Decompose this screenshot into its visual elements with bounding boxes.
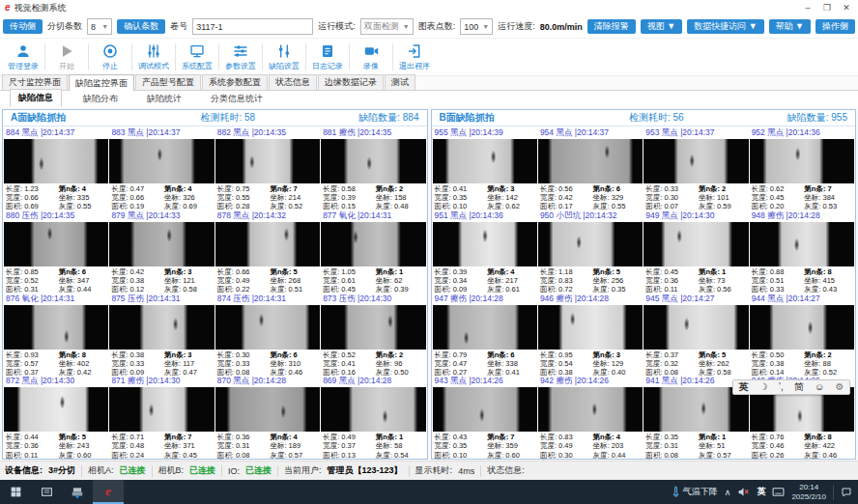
tab-6[interactable]: 测试 [385, 74, 415, 90]
action-camera-button[interactable]: 录像 [350, 43, 392, 71]
defect-card[interactable]: 946 擦伤 |20:14:28长度: 0.95宽度: 0.54面积: 0.38… [538, 294, 643, 376]
subtab-2[interactable]: 缺陷统计 [139, 91, 189, 107]
ime-fullwidth-moon-icon[interactable]: ☽ [759, 382, 768, 392]
defect-card[interactable]: 874 压伤 |20:14:31长度: 0.30宽度: 0.33面积: 0.08… [215, 294, 320, 376]
ime-language-indicator[interactable]: 英 [757, 486, 765, 498]
defect-metrics-left: 长度: 0.58宽度: 0.39面积: 0.15米数: 0.37 [323, 184, 376, 210]
defect-metrics-left: 长度: 0.66宽度: 0.49面积: 0.22米数: 0.36 [217, 267, 271, 293]
action-sliders-v-button[interactable]: 缺陷设置 [263, 43, 305, 71]
ime-simplified-toggle[interactable]: 简 [794, 382, 804, 392]
defect-card[interactable]: 951 黑点 |20:14:36长度: 0.39宽度: 0.34面积: 0.09… [433, 210, 537, 293]
roll-number-input[interactable] [192, 18, 313, 35]
action-monitor-button[interactable]: 系统配置 [176, 43, 218, 71]
action-tune-button[interactable]: 调试模式 [132, 43, 175, 71]
data-quick-access-button[interactable]: 数据快捷访问 ▼ [687, 19, 763, 35]
ime-settings-gear-icon[interactable]: ⚙ [835, 382, 844, 392]
defect-card[interactable]: 876 氧化 |20:14:31长度: 0.93宽度: 0.57面积: 0.37… [4, 294, 108, 376]
ime-punctuation-toggle[interactable]: ’, [779, 382, 784, 392]
run-mode-select[interactable]: 双面检测 ▼ [360, 18, 414, 35]
defect-card[interactable]: 880 压伤 |20:14:35长度: 0.85宽度: 0.52面积: 0.31… [4, 210, 108, 293]
defect-card[interactable]: 949 黑点 |20:14:30长度: 0.45宽度: 0.36面积: 0.11… [644, 210, 748, 293]
defect-card[interactable]: 950 小凹坑 |20:14:32长度: 1.18宽度: 0.83面积: 0.7… [538, 210, 643, 293]
subtab-0[interactable]: 缺陷信息 [10, 89, 62, 107]
defect-card[interactable]: 954 黑点 |20:14:37长度: 0.56宽度: 0.42面积: 0.17… [538, 127, 643, 210]
defect-card[interactable]: 873 压伤 |20:14:30长度: 0.52宽度: 0.41面积: 0.16… [321, 294, 425, 376]
defect-card[interactable]: 875 压伤 |20:14:31长度: 0.38宽度: 0.33面积: 0.09… [109, 294, 214, 376]
subtab-3[interactable]: 分类信息统计 [203, 91, 271, 107]
tab-4[interactable]: 状态信息 [269, 74, 317, 90]
taskbar-active-app[interactable]: e [93, 480, 124, 504]
subtab-1[interactable]: 缺陷分布 [75, 91, 126, 107]
defect-coord: 坐标: 338 [487, 359, 535, 368]
defect-card[interactable]: 877 氧化 |20:14:31长度: 1.05宽度: 0.61面积: 0.45… [321, 210, 425, 293]
taskbar-clock[interactable]: 20:14 2025/2/10 [791, 483, 826, 500]
defect-card[interactable]: 944 黑点 |20:14:27长度: 0.50宽度: 0.38面积: 0.14… [750, 294, 854, 376]
clear-alarm-button[interactable]: 清除报警 [587, 19, 636, 35]
ime-language-toggle[interactable]: 英 [739, 382, 749, 392]
action-log-button[interactable]: 日志记录 [306, 43, 349, 71]
action-user-button[interactable]: 管理登录 [2, 43, 44, 71]
weather-tray-item[interactable]: 气温下降 [672, 486, 718, 498]
defect-card[interactable]: 884 黑点 |20:14:37长度: 1.23宽度: 0.66面积: 0.69… [4, 127, 108, 210]
slit-count-select[interactable]: 8 ▼ [87, 18, 112, 35]
system-tray: 气温下降 ∧ 英 20:14 2025/2/10 [666, 480, 858, 504]
help-menu-button[interactable]: 帮助 ▼ [769, 19, 811, 35]
defect-card-header: 952 黑点 |20:14:36 [750, 127, 854, 139]
defect-card[interactable]: 952 黑点 |20:14:36长度: 0.62宽度: 0.45面积: 0.20… [750, 127, 854, 210]
defect-card[interactable]: 955 黑点 |20:14:39长度: 0.41宽度: 0.35面积: 0.10… [433, 127, 537, 210]
start-button[interactable] [0, 480, 31, 504]
action-exit-button[interactable]: 退出程序 [393, 43, 436, 71]
defect-thumbnail [4, 387, 108, 432]
defect-card-header: 883 黑点 |20:14:37 [109, 127, 214, 139]
pinned-app-button[interactable] [62, 480, 93, 504]
defect-card[interactable]: 948 擦伤 |20:14:28长度: 0.88宽度: 0.51面积: 0.33… [750, 210, 854, 293]
defect-card-info: 长度: 0.45宽度: 0.36面积: 0.11米数: 0.36第n条: 1坐标… [644, 266, 748, 293]
tray-expand-chevron[interactable]: ∧ [725, 488, 731, 497]
defect-card[interactable]: 870 黑点 |20:14:28长度: 0.36宽度: 0.31面积: 0.08… [215, 376, 320, 458]
defect-card[interactable]: 872 黑点 |20:14:30长度: 0.44宽度: 0.36面积: 0.11… [4, 376, 108, 458]
ime-emoji-icon[interactable]: ☺ [815, 382, 824, 392]
tab-3[interactable]: 系统参数配置 [202, 74, 268, 90]
defect-card-header: 879 黑点 |20:14:33 [109, 210, 214, 222]
defect-card[interactable]: 881 擦伤 |20:14:35长度: 0.58宽度: 0.39面积: 0.15… [321, 127, 425, 210]
defect-coord: 坐标: 268 [270, 276, 318, 285]
defect-card[interactable]: 953 黑点 |20:14:37长度: 0.33宽度: 0.30面积: 0.07… [644, 127, 748, 210]
defect-card[interactable]: 947 擦伤 |20:14:28长度: 0.79宽度: 0.47面积: 0.27… [433, 294, 537, 376]
speaker-muted-icon[interactable] [737, 487, 750, 497]
defect-metrics-left: 长度: 0.37宽度: 0.32面积: 0.08米数: 0.36 [645, 350, 699, 376]
maximize-button[interactable]: ❐ [817, 1, 837, 14]
defect-card[interactable]: 945 黑点 |20:14:27长度: 0.37宽度: 0.32面积: 0.08… [644, 294, 748, 376]
tab-2[interactable]: 产品型号配置 [135, 74, 201, 90]
defect-card[interactable]: 869 黑点 |20:14:28长度: 0.49宽度: 0.37面积: 0.13… [321, 376, 425, 458]
defect-card[interactable]: 943 黑点 |20:14:26长度: 0.43宽度: 0.35面积: 0.10… [433, 376, 537, 458]
action-play-button[interactable]: 开始 [45, 43, 88, 71]
defect-thumbnail [109, 387, 214, 432]
operator-side-button[interactable]: 操作侧 [815, 19, 855, 35]
defect-metrics-right: 第n条: 5坐标: 256灰度: 0.35 [593, 267, 642, 293]
action-sliders-h-button[interactable]: 参数设置 [219, 43, 262, 71]
defect-card[interactable]: 942 擦伤 |20:14:26长度: 0.83宽度: 0.49面积: 0.30… [538, 376, 643, 458]
defect-thumbnail [4, 305, 108, 350]
tab-0[interactable]: 尺寸监控界面 [2, 74, 68, 90]
action-stop-button[interactable]: 停止 [89, 43, 131, 71]
defect-card-info: 长度: 0.95宽度: 0.54面积: 0.38米数: 0.36第n条: 3坐标… [538, 350, 643, 376]
defect-card[interactable]: 878 黑点 |20:14:32长度: 0.66宽度: 0.49面积: 0.22… [215, 210, 320, 293]
ime-keyboard-icon[interactable] [772, 487, 785, 497]
defect-card[interactable]: 871 擦伤 |20:14:30长度: 0.71宽度: 0.48面积: 0.24… [109, 376, 214, 458]
defect-card-info: 长度: 0.88宽度: 0.51面积: 0.33米数: 0.36第n条: 8坐标… [750, 266, 854, 293]
notification-center-icon[interactable] [841, 487, 852, 498]
defect-card[interactable]: 879 黑点 |20:14:33长度: 0.42宽度: 0.38面积: 0.12… [109, 210, 214, 293]
close-button[interactable]: ✕ [837, 1, 856, 14]
minimize-button[interactable]: – [798, 1, 817, 14]
task-view-button[interactable] [31, 480, 62, 504]
drive-side-button[interactable]: 传动侧 [3, 19, 43, 35]
tab-1[interactable]: 缺陷监控界面 [69, 74, 134, 91]
defect-card[interactable]: 882 黑点 |20:14:35长度: 0.75宽度: 0.55面积: 0.28… [215, 127, 320, 210]
divider [277, 465, 278, 477]
defect-card[interactable]: 883 黑点 |20:14:37长度: 0.47宽度: 0.66面积: 0.19… [109, 127, 214, 210]
view-menu-button[interactable]: 视图 ▼ [641, 19, 682, 35]
play-icon [59, 43, 74, 60]
tab-5[interactable]: 边缘数据记录 [318, 74, 384, 90]
confirm-count-button[interactable]: 确认条数 [117, 19, 165, 35]
chart-points-select[interactable]: 100 ▼ [460, 18, 493, 35]
